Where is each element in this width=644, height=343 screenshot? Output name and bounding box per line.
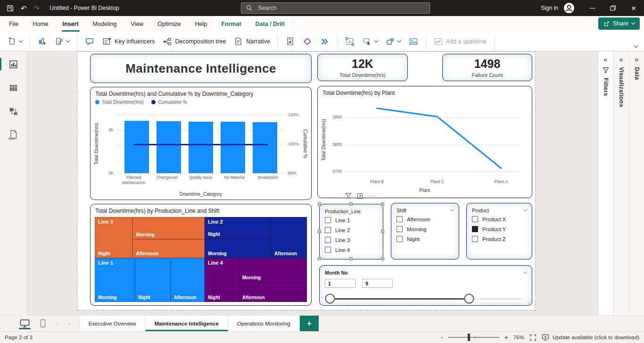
checkbox-product-y[interactable] (472, 226, 478, 232)
treemap-tile[interactable]: Morning (205, 239, 271, 258)
checkbox-line-1[interactable] (325, 217, 331, 223)
power-automate-button[interactable] (317, 34, 332, 49)
visual-kpi-failure-count[interactable]: 1498 Failure Count (442, 54, 532, 81)
treemap-tile[interactable]: Afternoon (271, 217, 307, 258)
expand-panel-icon[interactable]: « (603, 56, 607, 63)
visual-gallery-button[interactable] (52, 34, 72, 48)
update-available-button[interactable]: Update available (click to download) (542, 334, 639, 341)
checkbox-product-z[interactable] (472, 236, 478, 242)
share-button[interactable]: Share (598, 17, 640, 30)
treemap-tile[interactable]: Morning (239, 258, 307, 282)
checkbox-line-3[interactable] (325, 237, 331, 243)
shapes-button[interactable] (383, 34, 404, 49)
filter-icon[interactable] (345, 192, 352, 199)
visual-plant-line-chart[interactable]: Total Downtime(hrs) by Plant Total Downt… (317, 86, 532, 198)
visual-kpi-total-downtime[interactable]: 12K Total Downtime(hrs) (317, 54, 408, 81)
treemap-tile[interactable]: Line 2 Night (205, 217, 271, 239)
selection-handle[interactable] (318, 230, 321, 233)
selection-handle[interactable] (318, 202, 321, 206)
add-sparkline-button[interactable]: Add a sparkline (431, 34, 489, 49)
restore-button[interactable] (603, 0, 623, 16)
text-box-button[interactable]: A (342, 34, 357, 49)
more-options-icon[interactable]: ··· (368, 194, 376, 197)
visual-production-line-slicer[interactable]: Production_Line Line 1Line 2Line 3Line 4 (319, 204, 383, 259)
month-end-input[interactable] (362, 279, 393, 288)
slicer-option-line-2[interactable]: Line 2 (325, 227, 378, 233)
visual-shift-slicer[interactable]: Shift AfternoonMorningNight (391, 203, 459, 259)
previous-page-arrow[interactable]: ‹ (56, 320, 58, 327)
slicer-option-afternoon[interactable]: Afternoon (396, 216, 454, 222)
checkbox-line-2[interactable] (325, 227, 331, 233)
ribbon-tab-optimize[interactable]: Optimize (150, 16, 188, 32)
minimize-button[interactable] (582, 0, 603, 16)
collapse-ribbon-icon[interactable] (634, 44, 638, 48)
ribbon-tab-view[interactable]: View (124, 16, 150, 32)
power-apps-button[interactable] (300, 34, 315, 49)
slicer-option-line-3[interactable]: Line 3 (325, 237, 378, 243)
selection-handle[interactable] (349, 257, 353, 260)
search-box[interactable] (241, 2, 430, 14)
table-view-button[interactable] (0, 81, 27, 95)
bar-no-material[interactable] (221, 122, 245, 173)
panel-strip-visualizations[interactable]: «Visualizations (613, 51, 628, 315)
checkbox-product-x[interactable] (472, 216, 478, 222)
bar-quality-issue[interactable] (189, 122, 213, 173)
selection-handle[interactable] (381, 202, 384, 206)
mobile-layout-button[interactable] (40, 316, 46, 331)
new-visual-button[interactable] (35, 34, 50, 48)
zoom-out-button[interactable]: - (441, 334, 443, 341)
visual-pareto-chart[interactable]: Total Downtime(hrs) and Cumulative % by … (90, 87, 312, 200)
visual-title-card[interactable]: Maintenance Intelligence (90, 54, 312, 83)
fit-to-page-icon[interactable] (529, 334, 537, 341)
paginated-report-button[interactable] (283, 34, 297, 48)
slicer-option-product-z[interactable]: Product Z (472, 236, 527, 242)
month-knob-end[interactable] (464, 294, 474, 304)
bar-planned-maintenance[interactable] (124, 121, 149, 173)
checkbox-morning[interactable] (396, 226, 403, 232)
treemap-tile[interactable]: Afternoon (239, 282, 307, 302)
panel-strip-data[interactable]: «Data (629, 51, 644, 315)
checkbox-line-4[interactable] (325, 247, 331, 253)
treemap-tile[interactable]: Night (135, 258, 171, 302)
ribbon-tab-modeling[interactable]: Modeling (86, 16, 124, 32)
chevron-down-icon[interactable] (523, 208, 527, 211)
visual-treemap[interactable]: Total Downtime(hrs) by Production_Line a… (90, 204, 312, 306)
chevron-down-icon[interactable] (523, 270, 527, 274)
save-icon[interactable] (6, 4, 14, 12)
decomposition-tree-button[interactable]: Decomposition tree (160, 34, 229, 49)
account-avatar-icon[interactable] (563, 2, 575, 14)
zoom-in-button[interactable]: + (504, 334, 508, 341)
zoom-slider-handle[interactable] (468, 334, 470, 341)
model-view-button[interactable] (0, 104, 27, 118)
selection-handle[interactable] (381, 230, 384, 233)
chevron-down-icon[interactable] (450, 208, 454, 211)
narrative-button[interactable]: Narrative (231, 34, 273, 49)
selection-handle[interactable] (318, 257, 321, 260)
slicer-option-product-x[interactable]: Product X (472, 216, 527, 222)
slicer-option-line-4[interactable]: Line 4 (325, 247, 378, 253)
month-start-input[interactable] (325, 279, 355, 288)
treemap-tile[interactable]: Afternoon (171, 258, 205, 302)
visual-month-slicer[interactable]: Month No (319, 265, 532, 306)
new-page-tab-button[interactable]: + (300, 316, 319, 331)
ribbon-tab-insert[interactable]: Insert (56, 16, 86, 32)
expand-panel-icon[interactable]: « (619, 56, 623, 63)
treemap-tile[interactable]: Line 1 Morning (95, 258, 135, 302)
slicer-option-product-y[interactable]: Product Y (472, 226, 527, 232)
selection-handle[interactable] (381, 257, 384, 260)
close-button[interactable]: × (623, 0, 644, 16)
selection-handle[interactable] (349, 202, 353, 206)
buttons-button[interactable] (360, 34, 380, 49)
ribbon-tab-format[interactable]: Format (214, 16, 248, 32)
page-tab-operations-monitoring[interactable]: Operations Monitoring (228, 316, 300, 331)
sign-in-link[interactable]: Sign in (541, 5, 558, 11)
search-input[interactable] (257, 4, 425, 12)
image-button[interactable] (406, 34, 421, 49)
ribbon-tab-file[interactable]: File (2, 16, 25, 32)
page-tab-executive-overview[interactable]: Executive Overview (79, 316, 146, 331)
bar-changeover[interactable] (157, 121, 181, 173)
next-page-arrow[interactable]: › (68, 320, 70, 327)
zoom-slider[interactable] (448, 337, 499, 338)
checkbox-night[interactable] (396, 236, 403, 242)
slicer-option-night[interactable]: Night (396, 236, 454, 242)
